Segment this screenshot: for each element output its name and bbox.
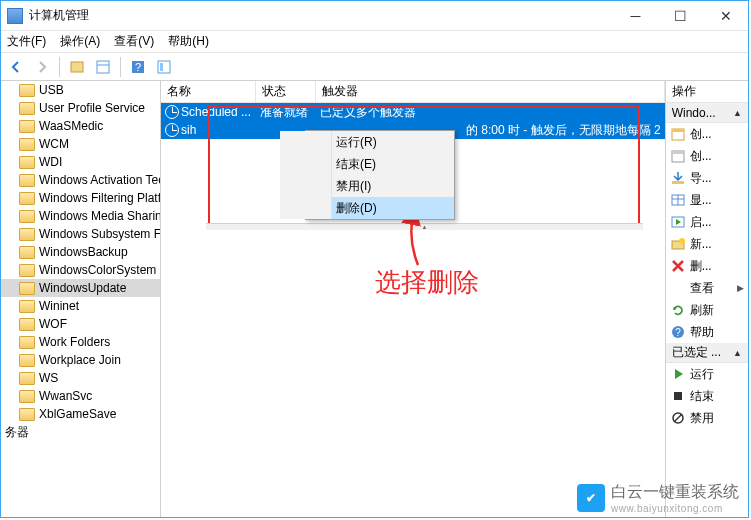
tree-item[interactable]: WOF [1, 315, 160, 333]
svg-text:?: ? [675, 327, 681, 338]
stop-icon [670, 388, 686, 404]
folder-icon [19, 210, 35, 223]
tree-item[interactable]: Windows Media Sharin [1, 207, 160, 225]
tree-item[interactable]: Workplace Join [1, 351, 160, 369]
toolbar-button-3[interactable] [153, 56, 175, 78]
actions-section-windo[interactable]: Windo... ▲ [666, 103, 748, 123]
tree-label: Work Folders [39, 335, 110, 349]
folder-icon [19, 228, 35, 241]
svg-line-22 [674, 414, 682, 422]
tree-label: Workplace Join [39, 353, 121, 367]
menu-help[interactable]: 帮助(H) [168, 33, 209, 50]
forward-button[interactable] [31, 56, 53, 78]
tree-item[interactable]: WindowsUpdate [1, 279, 160, 297]
tree-label: WindowsUpdate [39, 281, 126, 295]
action-enable[interactable]: 启... [666, 211, 748, 233]
context-menu: 运行(R) 结束(E) 禁用(I) 删除(D) [305, 130, 455, 220]
tree-item-partial[interactable]: 务器 [1, 423, 160, 441]
actions-title: 操作 [666, 81, 748, 103]
tree-item[interactable]: Windows Activation Tec [1, 171, 160, 189]
help-button[interactable]: ? [127, 56, 149, 78]
tree-item[interactable]: WwanSvc [1, 387, 160, 405]
list-header: 名称 状态 触发器 [161, 81, 665, 103]
folder-icon [19, 174, 35, 187]
maximize-button[interactable]: ☐ [658, 1, 703, 30]
chevron-up-icon: ▲ [733, 348, 742, 358]
tree-item[interactable]: USB [1, 81, 160, 99]
folder-icon [19, 120, 35, 133]
back-button[interactable] [5, 56, 27, 78]
menu-action[interactable]: 操作(A) [60, 33, 100, 50]
tree-item[interactable]: WindowsBackup [1, 243, 160, 261]
action-calendar-plain[interactable]: 创... [666, 145, 748, 167]
action-label: 帮助 [690, 324, 714, 341]
svg-point-17 [679, 238, 685, 244]
help-icon: ? [670, 324, 686, 340]
tree-item[interactable]: WaaSMedic [1, 117, 160, 135]
action-label: 显... [690, 192, 712, 209]
menu-view[interactable]: 查看(V) [114, 33, 154, 50]
tree-item[interactable]: Work Folders [1, 333, 160, 351]
tree-item[interactable]: WS [1, 369, 160, 387]
action-view[interactable]: 查看▶ [666, 277, 748, 299]
menu-file[interactable]: 文件(F) [7, 33, 46, 50]
run-icon [670, 366, 686, 382]
actions-section-selected[interactable]: 已选定 ... ▲ [666, 343, 748, 363]
col-name[interactable]: 名称 [161, 81, 256, 102]
action-refresh[interactable]: 刷新 [666, 299, 748, 321]
tree-item[interactable]: Windows Subsystem Fo [1, 225, 160, 243]
tree-label: WCM [39, 137, 69, 151]
action-table[interactable]: 显... [666, 189, 748, 211]
action-run[interactable]: 运行 [666, 363, 748, 385]
tree-item[interactable]: WDI [1, 153, 160, 171]
folder-new-icon [670, 236, 686, 252]
folder-icon [19, 156, 35, 169]
col-status[interactable]: 状态 [256, 81, 316, 102]
tree-label: USB [39, 83, 64, 97]
action-calendar[interactable]: 创... [666, 123, 748, 145]
action-label: 导... [690, 170, 712, 187]
window-title: 计算机管理 [29, 7, 613, 24]
svg-rect-8 [672, 129, 684, 132]
svg-rect-10 [672, 151, 684, 154]
action-label: 删... [690, 258, 712, 275]
tree-item[interactable]: WindowsColorSystem [1, 261, 160, 279]
delete-icon [670, 258, 686, 274]
tree-item[interactable]: Windows Filtering Platf [1, 189, 160, 207]
tree-label: WS [39, 371, 58, 385]
action-help[interactable]: ?帮助 [666, 321, 748, 343]
tree-label: WindowsBackup [39, 245, 128, 259]
action-disable[interactable]: 禁用 [666, 407, 748, 429]
col-trigger[interactable]: 触发器 [316, 81, 665, 102]
tree-item[interactable]: XblGameSave [1, 405, 160, 423]
minimize-button[interactable]: ─ [613, 1, 658, 30]
menubar: 文件(F) 操作(A) 查看(V) 帮助(H) [1, 31, 748, 53]
action-stop[interactable]: 结束 [666, 385, 748, 407]
tree-pane[interactable]: USBUser Profile ServiceWaaSMedicWCMWDIWi… [1, 81, 161, 517]
calendar-plain-icon [670, 148, 686, 164]
import-icon [670, 170, 686, 186]
tree-label: WindowsColorSystem [39, 263, 156, 277]
chevron-up-icon: ▲ [733, 108, 742, 118]
toolbar-button-2[interactable] [92, 56, 114, 78]
clock-icon [165, 123, 179, 137]
action-folder-new[interactable]: 新... [666, 233, 748, 255]
tree-item[interactable]: User Profile Service [1, 99, 160, 117]
disable-icon [670, 410, 686, 426]
tree-item[interactable]: WCM [1, 135, 160, 153]
action-label: 刷新 [690, 302, 714, 319]
close-button[interactable]: ✕ [703, 1, 748, 30]
tree-item[interactable]: Wininet [1, 297, 160, 315]
folder-icon [19, 102, 35, 115]
action-delete[interactable]: 删... [666, 255, 748, 277]
app-window: 计算机管理 ─ ☐ ✕ 文件(F) 操作(A) 查看(V) 帮助(H) ? US… [0, 0, 749, 518]
folder-icon [19, 336, 35, 349]
svg-rect-6 [160, 63, 163, 71]
svg-rect-11 [672, 181, 684, 184]
view-icon [670, 280, 686, 296]
folder-icon [19, 408, 35, 421]
tree-label: WwanSvc [39, 389, 92, 403]
action-import[interactable]: 导... [666, 167, 748, 189]
folder-icon [19, 282, 35, 295]
toolbar-button-1[interactable] [66, 56, 88, 78]
